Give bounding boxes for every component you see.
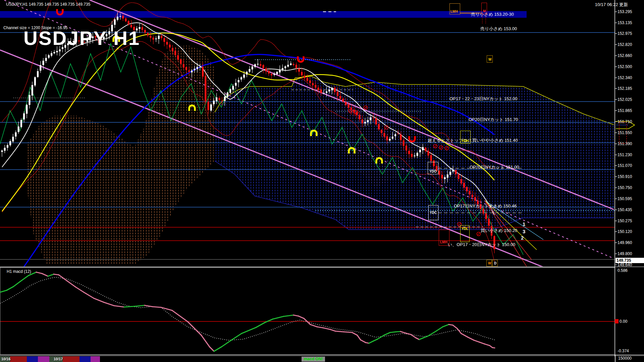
price-level-annotation: OP17・22・23日NYカット 152.00 bbox=[449, 96, 518, 102]
price-axis-label: 152.185 bbox=[618, 86, 632, 91]
level-box-m: M bbox=[481, 3, 487, 14]
timeline-segment bbox=[38, 356, 49, 362]
level-box-label: LWH bbox=[450, 10, 458, 13]
level-box-lmh: LMH bbox=[439, 230, 449, 246]
price-level-annotation: 売り小さめ 153.20-30 bbox=[471, 11, 514, 17]
level-box-ydh: YDH bbox=[460, 131, 471, 143]
price-axis-label: 149.800 bbox=[618, 251, 632, 256]
price-axis-label: 150.910 bbox=[618, 174, 632, 179]
price-axis-label: 151.070 bbox=[618, 163, 632, 168]
level-box-label: W bbox=[488, 261, 491, 265]
level-box-d: D bbox=[492, 260, 498, 266]
wave-count-label: 1 bbox=[523, 221, 525, 227]
macd-on-badge[interactable]: macd ON! bbox=[302, 357, 325, 362]
macd-zero-marker bbox=[615, 319, 619, 323]
last-update-time: 10/17 06:22 更新 bbox=[595, 2, 628, 8]
price-axis-label: 150.435 bbox=[618, 207, 632, 212]
timeline-segment bbox=[10, 356, 27, 362]
price-axis-label: 152.025 bbox=[618, 97, 632, 102]
level-box-label: W bbox=[488, 58, 491, 61]
price-axis-label: 150.120 bbox=[618, 229, 632, 234]
price-axis-label: 151.550 bbox=[618, 130, 632, 135]
price-axis-label: 150.750 bbox=[618, 185, 632, 190]
price-axis-label: 151.230 bbox=[618, 153, 632, 157]
level-box-label: YDC bbox=[430, 211, 437, 215]
timeline-segment bbox=[100, 356, 615, 362]
macd-indicator-label: H1 macd (12) bbox=[7, 269, 31, 274]
price-level-annotation: 売り小さめ 153.00 bbox=[480, 26, 517, 32]
price-axis-label: 149.640 bbox=[618, 262, 632, 267]
price-axis-label: 151.390 bbox=[618, 141, 632, 146]
price-level-annotation: OP20日NYカット 151.00 bbox=[470, 164, 519, 170]
price-axis-label: 151.865 bbox=[618, 108, 632, 113]
timeline-segment bbox=[27, 356, 38, 362]
price-axis-label: 150.595 bbox=[618, 196, 632, 201]
price-axis-label: 151.710 bbox=[618, 119, 632, 124]
price-axis-label: 153.295 bbox=[618, 9, 632, 14]
level-box-label: M bbox=[483, 9, 486, 13]
macd-max-value: 0.586 bbox=[618, 268, 628, 273]
volume-scale-value: 150000 bbox=[615, 355, 644, 362]
level-box-lwh: LWH bbox=[449, 3, 460, 14]
watermark: USDJPY H1 bbox=[23, 27, 140, 49]
level-box-label: YDO bbox=[429, 170, 437, 173]
current-price-tag: 149.735 bbox=[615, 258, 644, 263]
price-level-annotation: 買い小さめ 150.20 bbox=[481, 228, 517, 234]
price-level-annotation: い、OP17・20日NYカット 150.00 bbox=[448, 242, 515, 248]
level-box-ydc: YDC bbox=[428, 205, 438, 220]
price-axis-label: 149.960 bbox=[618, 240, 632, 245]
timeline-date-label[interactable]: 10/16 bbox=[1, 357, 11, 361]
macd-zero-value: 0.00 bbox=[620, 319, 627, 324]
timeline-segment bbox=[79, 356, 91, 362]
price-level-annotation: OP17日NYカット大きめ 150.46 bbox=[454, 203, 517, 209]
price-level-annotation: 超えるとストップロス買いやや小さめ 151.40 bbox=[428, 137, 518, 143]
chart-canvas[interactable] bbox=[0, 0, 644, 362]
level-box-w: W bbox=[486, 260, 492, 266]
price-axis-label: 152.500 bbox=[618, 64, 632, 69]
mt4-chart-window: USDJPY,H1 149.735 149.735 149.735 149.73… bbox=[0, 0, 644, 362]
price-axis-label: 152.340 bbox=[618, 75, 632, 80]
price-axis-label: 150.275 bbox=[618, 219, 632, 223]
level-box-label: YDL bbox=[462, 227, 468, 231]
price-level-annotation: OP20日NYカット 151.70 bbox=[469, 117, 518, 123]
price-axis-label: 153.135 bbox=[618, 20, 632, 25]
price-axis-label: 152.660 bbox=[618, 53, 632, 58]
symbol-info: USDJPY,H1 149.735 149.735 149.735 149.73… bbox=[6, 2, 90, 7]
level-box-label: LMH bbox=[440, 240, 447, 244]
level-box-ydo: YDO bbox=[428, 162, 438, 174]
level-box-label: D bbox=[494, 261, 496, 265]
level-box-label: YDH bbox=[462, 139, 469, 143]
level-box-w: W bbox=[487, 55, 493, 63]
level-box-ydl: YDL bbox=[460, 225, 470, 242]
price-axis-label: 152.975 bbox=[618, 31, 632, 36]
timeline-segment bbox=[91, 356, 100, 362]
timeline-segment bbox=[63, 356, 79, 362]
wave-count-label: 3 bbox=[523, 229, 525, 234]
timeline-date-label[interactable]: 10/17 bbox=[54, 357, 63, 361]
macd-min-value: -0.374 bbox=[618, 349, 629, 353]
price-axis-label: 152.820 bbox=[618, 42, 632, 47]
wave-count-label: 2 bbox=[521, 235, 524, 241]
